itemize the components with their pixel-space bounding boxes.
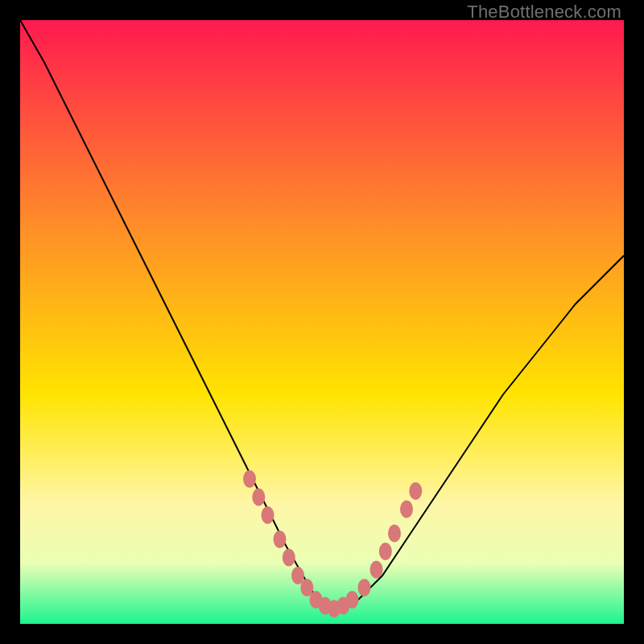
bead-markers [243, 470, 422, 617]
bead-marker [400, 501, 413, 518]
chart-frame [20, 20, 624, 624]
bead-marker [388, 525, 401, 543]
bead-marker [243, 470, 256, 488]
bead-marker [274, 530, 287, 548]
bead-marker [379, 543, 392, 560]
curve-line [20, 20, 624, 612]
chart-plot [20, 20, 624, 624]
bead-marker [370, 561, 383, 579]
bead-marker [358, 579, 371, 597]
bead-marker [252, 489, 265, 506]
bead-marker [283, 549, 295, 567]
bead-marker [346, 591, 359, 609]
bead-marker [409, 482, 422, 500]
bead-marker [262, 506, 275, 524]
watermark-text: TheBottleneck.com [467, 2, 621, 23]
